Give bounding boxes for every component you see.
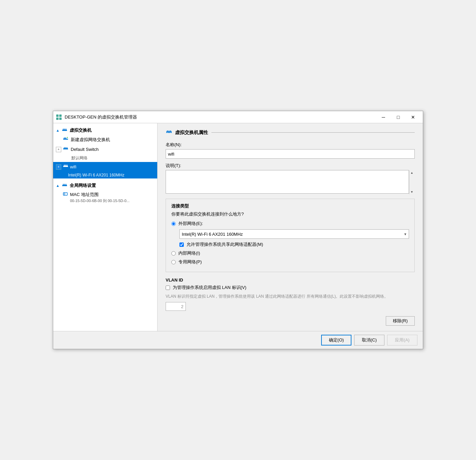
cancel-button[interactable]: 取消(C) — [354, 335, 384, 346]
wifi-group: + wifi Intel(R) Wi-F — [53, 162, 157, 178]
svg-rect-28 — [64, 165, 65, 166]
close-button[interactable]: ✕ — [406, 112, 420, 122]
global-section-header[interactable]: ▲ 全局网络设置 — [53, 181, 157, 190]
svg-rect-2 — [56, 118, 59, 120]
wifi-expand-icon[interactable]: + — [56, 164, 61, 170]
virtual-switch-section-label: 虚拟交换机 — [70, 127, 92, 133]
global-section: ▲ 全局网络设置 — [53, 181, 157, 205]
private-network-row: 专用网络(P) — [171, 259, 409, 265]
svg-point-49 — [169, 132, 169, 133]
svg-point-50 — [170, 132, 171, 133]
vlan-enable-row: 为管理操作系统启用虚拟 LAN 标识(V) — [166, 285, 415, 291]
svg-point-40 — [66, 186, 66, 187]
wifi-label: wifi — [70, 164, 76, 169]
svg-point-24 — [64, 149, 65, 150]
description-field-group: 说明(T): ▲ ▼ — [166, 163, 415, 195]
external-network-label[interactable]: 外部网络(E): — [178, 221, 203, 227]
allow-share-checkbox[interactable] — [179, 242, 184, 247]
svg-text:+: + — [67, 136, 68, 139]
connection-question: 你要将此虚拟交换机连接到什么地方? — [171, 211, 409, 217]
svg-point-38 — [63, 186, 64, 187]
svg-rect-1 — [59, 114, 62, 117]
mac-icon — [63, 191, 68, 198]
vlan-title: VLAN ID — [166, 277, 415, 283]
main-content: ▲ 虚拟交换机 — [53, 123, 423, 331]
virtual-switch-section-header[interactable]: ▲ 虚拟交换机 — [53, 126, 157, 135]
mac-range-label: MAC 地址范围 — [70, 192, 99, 198]
network-adapter-wrapper: Intel(R) Wi-Fi 6 AX201 160MHz ▼ — [179, 229, 409, 239]
remove-button[interactable]: 移除(R) — [386, 316, 415, 326]
right-panel: 虚拟交换机属性 名称(N): 说明(T): ▲ ▼ — [158, 123, 423, 331]
svg-rect-12 — [64, 137, 65, 139]
network-switch-icon — [62, 127, 68, 133]
name-label: 名称(N): — [166, 142, 415, 148]
svg-point-17 — [67, 139, 67, 140]
svg-rect-47 — [170, 130, 171, 132]
svg-point-31 — [64, 167, 65, 167]
global-section-label: 全局网络设置 — [70, 183, 96, 189]
private-network-label[interactable]: 专用网络(P) — [178, 259, 202, 265]
panel-section-title: 虚拟交换机属性 — [166, 129, 415, 136]
app-icon — [56, 114, 62, 120]
svg-rect-46 — [169, 130, 169, 132]
bottom-bar: 确定(O) 取消(C) 应用(A) — [53, 331, 423, 349]
description-input[interactable] — [166, 170, 409, 194]
svg-rect-37 — [66, 184, 66, 185]
svg-point-32 — [65, 167, 66, 167]
svg-rect-36 — [64, 184, 65, 185]
vlan-section: VLAN ID 为管理操作系统启用虚拟 LAN 标识(V) VLAN 标识符指定… — [166, 277, 415, 311]
new-switch-item[interactable]: + 新建虚拟网络交换机 — [53, 135, 157, 144]
vlan-enable-checkbox[interactable] — [166, 286, 170, 290]
default-switch-subtext: 默认网络 — [53, 154, 157, 162]
scroll-down-icon: ▼ — [410, 190, 414, 194]
mac-range-item[interactable]: MAC 地址范围 00-15-5D-00-6B-00 到 00-15-5D-0.… — [53, 190, 157, 205]
wifi-subtext: Intel(R) Wi-Fi 6 AX201 160MHz — [53, 172, 157, 178]
internal-network-label[interactable]: 内部网络(I) — [178, 250, 200, 256]
connection-type-section: 连接类型 你要将此虚拟交换机连接到什么地方? 外部网络(E): Intel(R)… — [166, 199, 415, 272]
ok-button[interactable]: 确定(O) — [321, 335, 351, 346]
svg-point-16 — [65, 139, 66, 140]
allow-share-label[interactable]: 允许管理操作系统共享此网络适配器(M) — [186, 241, 263, 248]
main-window: DESKTOP-GEN 的虚拟交换机管理器 ─ □ ✕ ▲ — [53, 111, 423, 349]
svg-rect-3 — [59, 118, 62, 120]
new-switch-label: 新建虚拟网络交换机 — [71, 137, 110, 143]
mac-range-subtext: 00-15-5D-00-6B-00 到 00-15-5D-0... — [63, 198, 155, 203]
external-network-radio[interactable] — [171, 222, 176, 226]
svg-point-25 — [65, 149, 66, 150]
private-network-radio[interactable] — [171, 260, 176, 264]
name-field-group: 名称(N): — [166, 142, 415, 159]
svg-rect-6 — [64, 129, 65, 130]
remove-btn-row: 移除(R) — [166, 316, 415, 326]
default-switch-item[interactable]: + Default Switch — [53, 144, 157, 154]
svg-rect-13 — [65, 137, 66, 139]
svg-point-10 — [66, 131, 66, 131]
svg-rect-35 — [63, 184, 64, 185]
wifi-switch-icon — [63, 163, 69, 170]
svg-rect-23 — [67, 147, 67, 149]
connection-type-label: 连接类型 — [171, 203, 409, 209]
expand-icon[interactable]: + — [56, 147, 61, 152]
apply-button[interactable]: 应用(A) — [387, 335, 417, 346]
default-switch-icon — [63, 146, 69, 153]
vlan-enable-label[interactable]: 为管理操作系统启用虚拟 LAN 标识(V) — [173, 285, 246, 291]
title-bar: DESKTOP-GEN 的虚拟交换机管理器 ─ □ ✕ — [53, 111, 423, 123]
wifi-item[interactable]: + wifi — [53, 162, 157, 172]
description-scrollbar[interactable]: ▲ ▼ — [409, 170, 414, 194]
network-adapter-select[interactable]: Intel(R) Wi-Fi 6 AX201 160MHz — [179, 229, 409, 239]
internal-network-radio[interactable] — [171, 251, 176, 256]
global-network-icon — [62, 183, 68, 189]
vlan-description: VLAN 标识符指定虚拟 LAN，管理操作系统使用该 LAN 通过此网络适配器进… — [166, 293, 415, 299]
window-title: DESKTOP-GEN 的虚拟交换机管理器 — [65, 114, 376, 120]
scroll-up-icon: ▲ — [410, 170, 414, 175]
svg-point-26 — [67, 149, 67, 150]
panel-icon — [166, 129, 172, 136]
external-network-row: 外部网络(E): — [171, 221, 409, 227]
svg-point-15 — [64, 139, 65, 140]
name-input[interactable] — [166, 149, 415, 159]
svg-rect-29 — [65, 165, 66, 166]
description-label: 说明(T): — [166, 163, 415, 169]
minimize-button[interactable]: ─ — [376, 112, 390, 122]
maximize-button[interactable]: □ — [391, 112, 405, 122]
vlan-id-input[interactable]: 2 — [166, 302, 186, 311]
window-controls: ─ □ ✕ — [376, 112, 420, 122]
